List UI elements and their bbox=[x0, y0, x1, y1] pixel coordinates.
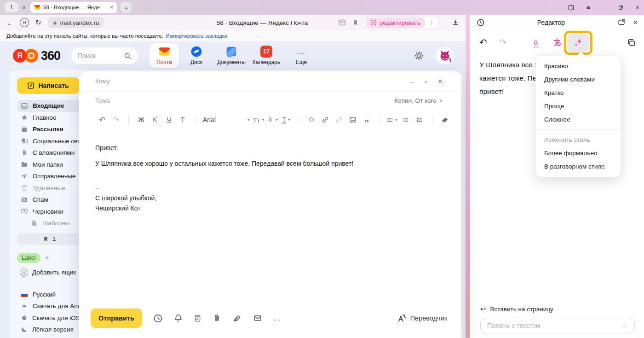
sidebar-item-main[interactable]: Главное bbox=[17, 112, 85, 124]
redo-icon[interactable]: ↷ bbox=[110, 113, 121, 126]
rewrite-sparkles-button[interactable] bbox=[567, 34, 589, 52]
to-field[interactable]: Кому bbox=[95, 78, 110, 85]
app-disk[interactable]: Диск bbox=[179, 43, 214, 65]
sidebar-item-sent[interactable]: Отправленные bbox=[17, 170, 85, 182]
gear-icon[interactable] bbox=[414, 51, 424, 61]
menu-item-beautiful[interactable]: Красиво bbox=[536, 59, 621, 73]
italic-button[interactable]: K bbox=[150, 113, 161, 126]
bookmark-filter-row[interactable]: 1 bbox=[17, 233, 81, 245]
sidebar-item-attachments[interactable]: С вложениями bbox=[17, 147, 85, 159]
link-icon[interactable] bbox=[320, 113, 331, 126]
insert-to-page-button[interactable]: ↩ Вставить на страницу bbox=[480, 305, 553, 313]
tab-group-badge[interactable]: 1 bbox=[5, 2, 18, 12]
reminder-bell-icon[interactable] bbox=[174, 314, 183, 323]
align-icon[interactable]: ▾ bbox=[386, 113, 397, 126]
sidebar-item-my-folders[interactable]: Мои папки bbox=[17, 159, 85, 171]
browser-tab[interactable]: 58 · Входящие — Янде × bbox=[30, 2, 117, 13]
window-restore-icon[interactable] bbox=[618, 5, 624, 11]
panel-sidebar-icon[interactable] bbox=[568, 4, 575, 11]
window-minimize-icon[interactable]: – bbox=[602, 4, 606, 11]
message-body[interactable]: Привет, У Шляпника все хорошо у остальны… bbox=[79, 130, 461, 213]
sidebar-item-social[interactable]: Социальные сети bbox=[17, 135, 85, 147]
download-android-link[interactable]: Скачать для Android bbox=[17, 300, 85, 312]
compose-button[interactable]: Написать bbox=[17, 77, 79, 94]
menu-item-brief[interactable]: Кратко bbox=[536, 86, 621, 99]
sidebar-item-drafts[interactable]: Черновики bbox=[17, 206, 85, 218]
sidebar-item-newsletters[interactable]: Рассылки bbox=[17, 123, 85, 135]
add-label-icon[interactable]: + bbox=[45, 254, 49, 262]
eraser-icon[interactable] bbox=[439, 113, 450, 126]
unlink-icon[interactable] bbox=[334, 113, 345, 126]
tab-group-chevron-icon[interactable]: ∨ bbox=[22, 5, 26, 11]
avatar[interactable] bbox=[436, 47, 454, 64]
refresh-icon[interactable]: ↻ bbox=[35, 18, 41, 27]
window-close-icon[interactable]: × bbox=[636, 4, 639, 11]
vacancies-link[interactable]: Вакансии bbox=[17, 336, 85, 338]
compose-minimize-icon[interactable]: – bbox=[410, 78, 414, 85]
light-version-link[interactable]: Лёгкая версия bbox=[17, 324, 85, 336]
url-field[interactable]: mail.yandex.ru bbox=[48, 17, 104, 28]
sidebar-item-deleted[interactable]: Удалённые bbox=[17, 182, 85, 194]
edit-more-icon[interactable]: ⋮ bbox=[426, 19, 437, 26]
translator-button[interactable]: Переводчик bbox=[397, 314, 447, 323]
history-icon[interactable] bbox=[477, 18, 485, 27]
attach-file-icon[interactable] bbox=[213, 314, 221, 323]
add-mailbox[interactable]: @ Добавить ящик bbox=[17, 268, 85, 277]
download-ios-link[interactable]: Скачать для iOS bbox=[17, 312, 85, 324]
label-tag[interactable]: Label bbox=[17, 253, 40, 263]
schedule-send-icon[interactable] bbox=[153, 314, 163, 323]
search-input[interactable] bbox=[78, 52, 119, 59]
menu-item-formal[interactable]: Более формально bbox=[536, 146, 621, 160]
editor-undo-icon[interactable]: ↶ bbox=[479, 37, 487, 48]
open-in-window-icon[interactable] bbox=[617, 18, 626, 26]
undo-icon[interactable]: ↶ bbox=[97, 113, 108, 126]
translate-icon[interactable] bbox=[552, 37, 562, 47]
stationery-pen-icon[interactable] bbox=[232, 314, 242, 323]
text-color-button[interactable]: Т ▾ bbox=[281, 113, 292, 126]
notes-icon[interactable] bbox=[194, 314, 201, 323]
menu-item-other-words[interactable]: Другими словами bbox=[536, 73, 621, 86]
yandex360-logo[interactable]: Я 360 bbox=[13, 49, 60, 63]
bold-button[interactable]: Ж bbox=[136, 113, 147, 126]
send-button[interactable]: Отправить bbox=[91, 309, 142, 328]
sidebar-item-templates[interactable]: Шаблоны bbox=[17, 217, 85, 229]
search-box[interactable] bbox=[71, 47, 138, 64]
insert-image-icon[interactable] bbox=[347, 113, 358, 126]
app-docs[interactable]: Документы bbox=[214, 43, 249, 65]
panel-close-icon[interactable]: × bbox=[633, 18, 638, 27]
menu-item-simpler[interactable]: Проще bbox=[536, 99, 621, 113]
help-with-text-input[interactable] bbox=[487, 322, 621, 329]
download-icon[interactable] bbox=[452, 19, 459, 26]
sidebar-item-inbox[interactable]: Входящие bbox=[17, 100, 85, 112]
numbered-list-icon[interactable] bbox=[414, 113, 425, 126]
cc-from-toggle[interactable]: Копии, От кого ∨ bbox=[394, 97, 443, 104]
editor-redo-icon[interactable]: ↷ bbox=[499, 37, 507, 48]
copy-icon[interactable] bbox=[627, 38, 636, 47]
menu-item-conversational[interactable]: В разговорном стиле bbox=[536, 160, 621, 173]
menu-item-complex[interactable]: Сложнее bbox=[536, 113, 621, 126]
app-more[interactable]: … Ещё bbox=[284, 43, 319, 65]
blockquote-icon[interactable]: „ bbox=[361, 111, 372, 124]
sidebar-item-spam[interactable]: Спам bbox=[17, 194, 85, 206]
compose-maximize-icon[interactable]: ▫ bbox=[425, 78, 427, 85]
subject-field[interactable]: Тема bbox=[95, 97, 110, 104]
font-size-button[interactable]: Тт▾ bbox=[253, 113, 264, 126]
strikethrough-button[interactable]: Т bbox=[177, 113, 188, 126]
underline-button[interactable]: Ч bbox=[163, 113, 174, 126]
import-bookmarks-link[interactable]: Импортировать закладки bbox=[166, 33, 227, 39]
help-with-text-box[interactable]: → bbox=[480, 318, 635, 333]
envelope-icon[interactable] bbox=[253, 314, 262, 322]
yandex-home-icon[interactable]: Я bbox=[20, 18, 29, 27]
bullet-list-icon[interactable] bbox=[400, 113, 411, 126]
app-calendar[interactable]: 17 Календарь bbox=[249, 43, 284, 65]
submit-arrow-icon[interactable]: → bbox=[621, 321, 628, 330]
new-tab-button[interactable]: + bbox=[121, 2, 132, 13]
language-link[interactable]: Русский bbox=[17, 289, 85, 301]
font-select[interactable]: Arial ▾ bbox=[203, 116, 249, 123]
browser-menu-icon[interactable]: ≡ bbox=[586, 4, 590, 11]
app-mail[interactable]: Почта bbox=[150, 43, 179, 68]
compose-close-icon[interactable]: × bbox=[438, 77, 443, 86]
search-icon[interactable] bbox=[124, 52, 132, 60]
edit-button[interactable]: редактировать bbox=[366, 17, 425, 28]
tab-close-icon[interactable]: × bbox=[110, 4, 113, 11]
